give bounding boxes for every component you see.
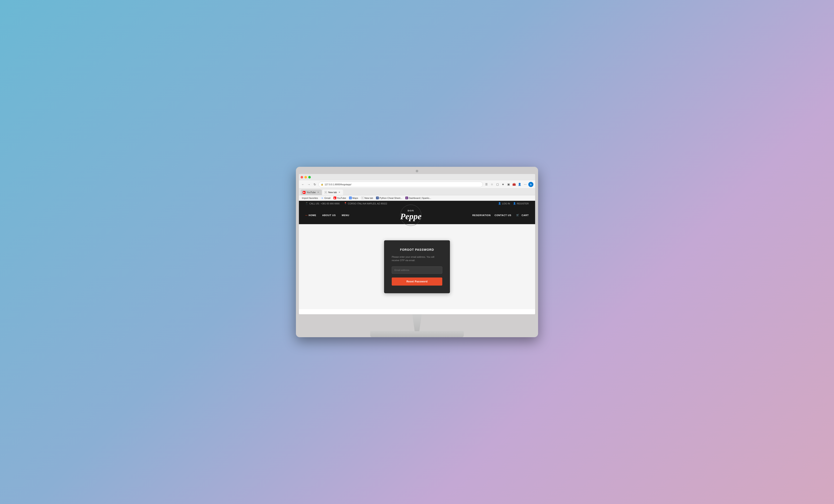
bookmark-python[interactable]: P Python Cheat Sheet... (375, 196, 403, 200)
contact-nav-link[interactable]: CONTACT US (495, 214, 511, 217)
more-button[interactable]: ⋯ (523, 182, 527, 187)
maximize-window-btn[interactable] (308, 176, 311, 178)
browser-chrome: ← → ↻ 🔒 127.0.0.1:8000/forgotapp/ ☰ ☆ ▢ … (299, 174, 535, 314)
read-mode-button[interactable]: ☰ (484, 182, 489, 187)
phone-icon: 📱 (305, 202, 308, 205)
tab-youtube-close[interactable]: ✕ (317, 191, 320, 194)
cart-icon: 🛒 (515, 213, 520, 218)
gmail-favicon: G (321, 197, 324, 199)
profile-button[interactable]: 👤 (517, 182, 522, 187)
newtab-favicon: + (324, 191, 327, 194)
favorites-button[interactable]: ★ (501, 182, 505, 187)
register-icon: 👤 (513, 202, 516, 205)
forgot-password-card: FORGOT PASSWORD Please enter your email … (384, 240, 450, 293)
menu-nav-link[interactable]: MENU (342, 214, 349, 217)
bookmark-newtab[interactable]: + New tab (360, 196, 374, 200)
email-form-group (392, 266, 442, 274)
monitor-stand (299, 314, 535, 337)
refresh-button[interactable]: ↻ (312, 182, 317, 187)
about-nav-link[interactable]: ABOUT US (322, 214, 336, 217)
tab-newtab-label: New tab (328, 191, 337, 194)
email-input[interactable] (392, 266, 442, 274)
browser-toolbar: ← → ↻ 🔒 127.0.0.1:8000/forgotapp/ ☰ ☆ ▢ … (299, 180, 535, 189)
import-favorites-label: Import favorites (302, 197, 318, 199)
close-window-btn[interactable] (301, 176, 303, 178)
bing-icon: b (528, 182, 533, 187)
cart-label: CART (522, 214, 529, 217)
home-nav-link[interactable]: HOME (305, 214, 316, 217)
lock-icon: 🔒 (321, 183, 323, 185)
logo-circle: DON Peppe (400, 205, 421, 226)
minimize-window-btn[interactable] (304, 176, 307, 178)
tab-youtube-label: YouTube (307, 191, 316, 194)
top-bar-left: 📱 CALL US: +381 65 666 6666 📍 CORSO ITAL… (305, 202, 387, 205)
bookmark-youtube[interactable]: ▶ YouTube (332, 196, 347, 200)
nav-left: HOME ABOUT US MENU (305, 214, 349, 217)
youtube-bm-label: YouTube (337, 197, 346, 199)
dashboard-label: Dashboard | Sparks... (409, 197, 431, 199)
site-address: CORSO ITALI AA NAPLES, AZ 85022 (348, 202, 387, 205)
cart-button[interactable]: 🛒 CART (515, 213, 529, 218)
python-favicon: P (376, 197, 379, 199)
website-content: 📱 CALL US: +381 65 666 6666 📍 CORSO ITAL… (299, 201, 535, 314)
python-label: Python Cheat Sheet... (379, 197, 402, 199)
split-view-button[interactable]: ▢ (495, 182, 500, 187)
top-bar-right: 👤 LOG IN 👤 REGISTER (498, 202, 529, 205)
register-link[interactable]: 👤 REGISTER (513, 202, 529, 205)
bookmark-gmail[interactable]: G Gmail (320, 196, 332, 200)
tab-youtube[interactable]: ▶ YouTube ✕ (301, 190, 322, 195)
logo-text: DON Peppe (400, 210, 421, 221)
youtube-bm-favicon: ▶ (333, 197, 336, 199)
register-label: REGISTER (517, 202, 529, 205)
monitor: ← → ↻ 🔒 127.0.0.1:8000/forgotapp/ ☰ ☆ ▢ … (296, 167, 538, 337)
location-icon: 📍 (344, 202, 347, 205)
nav-right: RESERVATION CONTACT US 🛒 CART (473, 213, 529, 218)
gmail-label: Gmail (324, 197, 331, 199)
tab-newtab[interactable]: + New tab ✕ (322, 190, 343, 195)
reservation-nav-link[interactable]: RESERVATION (473, 214, 491, 217)
browser-tabs: ▶ YouTube ✕ + New tab ✕ (299, 189, 535, 195)
monitor-stand-base (370, 331, 464, 337)
main-navigation: HOME ABOUT US MENU DON Peppe R (299, 206, 535, 224)
bookmark-import-favorites[interactable]: Import favorites (301, 196, 319, 200)
bookmark-dashboard[interactable]: D Dashboard | Sparks... (404, 196, 433, 200)
dashboard-favicon: D (405, 197, 408, 199)
newtab-bm-label: New tab (365, 197, 373, 199)
login-label: LOG IN (502, 202, 510, 205)
browser-title-bar (299, 174, 535, 180)
address-item: 📍 CORSO ITALI AA NAPLES, AZ 85022 (344, 202, 387, 205)
collections-button[interactable]: ▣ (506, 182, 511, 187)
maps-favicon: M (349, 197, 352, 199)
bookmark-button[interactable]: ☆ (490, 182, 494, 187)
address-bar[interactable]: 🔒 127.0.0.1:8000/forgotapp/ (319, 182, 483, 187)
monitor-stand-neck (405, 314, 429, 331)
bookmarks-bar: Import favorites G Gmail ▶ YouTube M Map… (299, 195, 535, 201)
youtube-favicon: ▶ (303, 191, 306, 194)
bookmark-maps[interactable]: M Maps (348, 196, 359, 200)
site-logo[interactable]: DON Peppe (400, 205, 421, 226)
reset-password-button[interactable]: Reset Password (392, 278, 442, 286)
phone-label: CALL US: (309, 202, 320, 205)
forgot-password-title: FORGOT PASSWORD (392, 248, 442, 251)
phone-number: +381 65 666 6666 (321, 202, 340, 205)
forward-button[interactable]: → (307, 182, 311, 187)
phone-item: 📱 CALL US: +381 65 666 6666 (305, 202, 340, 205)
tab-newtab-close[interactable]: ✕ (338, 191, 341, 194)
monitor-screen: ← → ↻ 🔒 127.0.0.1:8000/forgotapp/ ☰ ☆ ▢ … (299, 174, 535, 314)
maps-label: Maps (352, 197, 358, 199)
extensions-button[interactable]: 🧰 (512, 182, 517, 187)
login-link[interactable]: 👤 LOG IN (498, 202, 510, 205)
toolbar-actions: ☰ ☆ ▢ ★ ▣ 🧰 👤 ⋯ b (484, 182, 533, 187)
newtab-bm-favicon: + (361, 197, 364, 199)
monitor-camera (416, 170, 418, 172)
forgot-password-description: Please enter your email address. You wil… (392, 255, 442, 262)
main-content: FORGOT PASSWORD Please enter your email … (299, 224, 535, 309)
address-text: 127.0.0.1:8000/forgotapp/ (325, 183, 351, 186)
back-button[interactable]: ← (301, 182, 305, 187)
user-icon: 👤 (498, 202, 501, 205)
logo-peppe: Peppe (400, 212, 421, 221)
